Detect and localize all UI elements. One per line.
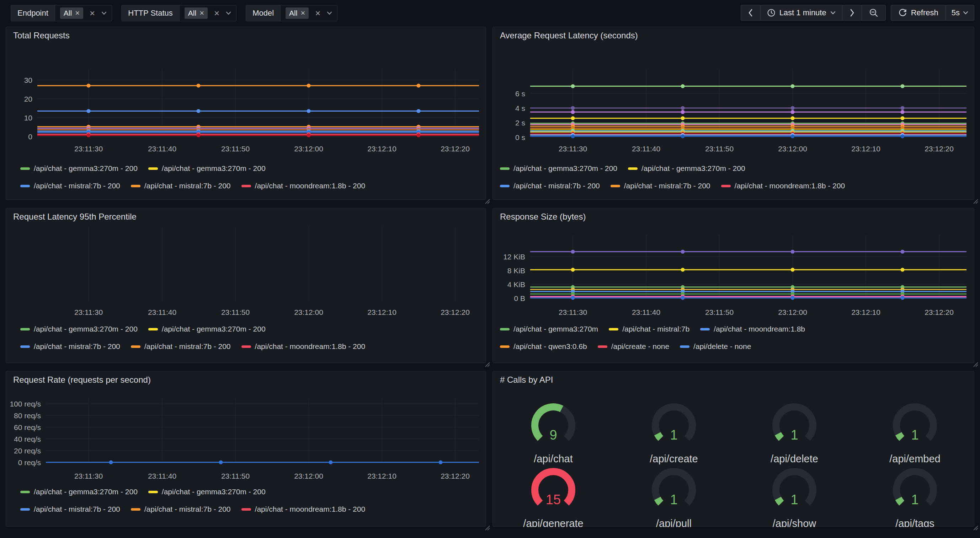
legend-row: /api/chat - mistral:7b - 200/api/chat - … xyxy=(20,342,365,351)
y-axis-tick: 20 xyxy=(24,95,32,103)
variable-filters: EndpointAll××HTTP StatusAll××ModelAll×× xyxy=(11,5,337,21)
legend-item[interactable]: /api/chat - gemma3:270m - 200 xyxy=(20,325,138,333)
legend-item[interactable]: /api/chat - mistral:7b - 200 xyxy=(500,182,600,190)
legend-label: /api/create - none xyxy=(611,342,669,351)
legend-item[interactable]: /api/chat - mistral:7b - 200 xyxy=(611,182,711,190)
chart-canvas[interactable]: 23:11:3023:11:4023:11:5023:12:0023:12:10… xyxy=(493,208,975,363)
legend-item[interactable]: /api/chat - moondream:1.8b - 200 xyxy=(721,182,845,190)
x-axis-tick: 23:11:50 xyxy=(221,472,250,480)
series-point xyxy=(681,116,685,120)
legend-item[interactable]: /api/delete - none xyxy=(680,342,751,351)
series-point xyxy=(901,250,905,254)
gauge-label: /api/create xyxy=(650,453,698,465)
filter-chip[interactable]: All× xyxy=(60,8,83,19)
filter-clear-icon[interactable]: × xyxy=(213,8,220,18)
filter-value-box[interactable]: All×× xyxy=(280,5,337,21)
zoom-out-icon xyxy=(869,8,878,17)
series-point xyxy=(87,133,91,137)
refresh-interval-button[interactable]: 5s xyxy=(945,5,974,21)
legend-row: /api/chat - gemma3:270m - 200/api/chat -… xyxy=(20,164,266,173)
series-point xyxy=(571,106,575,110)
series-point xyxy=(901,116,905,120)
series-point xyxy=(307,109,311,113)
grafana-dashboard: EndpointAll××HTTP StatusAll××ModelAll×× … xyxy=(0,0,980,538)
time-shift-forward-button[interactable] xyxy=(842,5,862,21)
series-point xyxy=(791,296,795,300)
x-axis-tick: 23:12:20 xyxy=(924,144,954,153)
legend-item[interactable]: /api/chat - mistral:7b - 200 xyxy=(20,342,120,351)
filter-group-endpoint: EndpointAll×× xyxy=(11,5,112,21)
legend-item[interactable]: /api/chat - gemma3:270m - 200 xyxy=(20,164,138,173)
legend-label: /api/chat - gemma3:270m - 200 xyxy=(162,164,266,173)
zoom-out-button[interactable] xyxy=(862,5,886,21)
legend-item[interactable]: /api/chat - moondream:1.8b - 200 xyxy=(242,342,366,351)
chart-canvas[interactable]: 23:11:3023:11:4023:11:5023:12:0023:12:10… xyxy=(6,208,487,363)
legend-item[interactable]: /api/chat - mistral:7b - 200 xyxy=(20,182,120,190)
legend-swatch xyxy=(20,491,30,493)
legend-item[interactable]: /api/chat - gemma3:270m xyxy=(500,325,598,333)
resize-icon xyxy=(484,361,490,367)
legend-item[interactable]: /api/chat - gemma3:270m - 200 xyxy=(148,487,266,496)
filter-dropdown-toggle[interactable] xyxy=(101,11,107,15)
series-point xyxy=(681,134,685,138)
filter-clear-icon[interactable]: × xyxy=(314,8,321,18)
series-point xyxy=(571,268,575,272)
x-axis-tick: 23:11:50 xyxy=(705,308,733,316)
legend-item[interactable]: /api/chat - gemma3:270m - 200 xyxy=(20,487,138,496)
refresh-icon xyxy=(898,8,907,17)
time-range-picker[interactable]: Last 1 minute xyxy=(760,5,842,21)
chart-canvas[interactable]: 23:11:3023:11:4023:11:5023:12:0023:12:10… xyxy=(6,371,487,527)
legend-item[interactable]: /api/chat - mistral:7b xyxy=(609,325,689,333)
filter-label: Endpoint xyxy=(11,5,55,21)
series-point xyxy=(901,84,905,88)
legend-item[interactable]: /api/create - none xyxy=(598,342,669,351)
x-axis-tick: 23:12:10 xyxy=(368,472,396,480)
chip-remove-icon[interactable]: × xyxy=(199,9,204,17)
panel-response-size: Response Size (bytes)23:11:3023:11:4023:… xyxy=(493,208,974,363)
legend-item[interactable]: /api/chat - mistral:7b - 200 xyxy=(131,182,231,190)
legend-label: /api/chat - moondream:1.8b - 200 xyxy=(255,342,366,351)
legend-swatch xyxy=(609,328,618,330)
legend-item[interactable]: /api/chat - moondream:1.8b - 200 xyxy=(242,182,366,190)
filter-value-box[interactable]: All×× xyxy=(55,5,111,21)
legend-item[interactable]: /api/chat - mistral:7b - 200 xyxy=(20,505,120,514)
filter-value-box[interactable]: All×× xyxy=(180,5,236,21)
legend-item[interactable]: /api/chat - qwen3:0.6b xyxy=(500,342,587,351)
chart-canvas[interactable]: 23:11:3023:11:4023:11:5023:12:0023:12:10… xyxy=(493,27,975,200)
filter-dropdown-toggle[interactable] xyxy=(327,11,332,15)
filter-chip[interactable]: All× xyxy=(185,8,208,19)
legend-item[interactable]: /api/chat - gemma3:270m - 200 xyxy=(148,164,266,173)
filter-dropdown-toggle[interactable] xyxy=(226,11,231,15)
chart-canvas[interactable]: 23:11:3023:11:4023:11:5023:12:0023:12:10… xyxy=(6,27,487,200)
series-point xyxy=(571,296,575,300)
legend-row: /api/chat - gemma3:270m - 200/api/chat -… xyxy=(20,487,266,497)
legend-swatch xyxy=(20,185,30,187)
legend-label: /api/chat - gemma3:270m - 200 xyxy=(641,164,745,173)
refresh-button[interactable]: Refresh xyxy=(891,5,946,21)
legend-item[interactable]: /api/chat - moondream:1.8b - 200 xyxy=(242,505,366,514)
filter-clear-icon[interactable]: × xyxy=(89,8,95,18)
x-axis-tick: 23:11:50 xyxy=(705,144,733,153)
chip-remove-icon[interactable]: × xyxy=(75,9,80,17)
legend-swatch xyxy=(611,185,620,187)
chevron-down-icon xyxy=(327,11,332,15)
y-axis-tick: 100 req/s xyxy=(10,400,41,408)
y-axis-tick: 0 xyxy=(28,133,32,141)
series-point xyxy=(901,106,905,110)
chip-remove-icon[interactable]: × xyxy=(301,9,305,17)
legend-item[interactable]: /api/chat - gemma3:270m - 200 xyxy=(500,164,617,173)
series-point xyxy=(307,84,311,87)
series-point xyxy=(571,250,575,254)
filter-chip[interactable]: All× xyxy=(286,8,309,19)
gauge-label: /api/delete xyxy=(770,453,818,465)
legend-item[interactable]: /api/chat - gemma3:270m - 200 xyxy=(148,325,266,333)
series-point xyxy=(197,133,200,137)
time-shift-back-button[interactable] xyxy=(741,5,760,21)
legend-item[interactable]: /api/chat - mistral:7b - 200 xyxy=(131,342,231,351)
legend-label: /api/chat - mistral:7b - 200 xyxy=(34,505,120,514)
time-controls: Last 1 minute xyxy=(741,5,974,21)
gauge-label: /api/show xyxy=(773,518,817,527)
legend-item[interactable]: /api/chat - mistral:7b - 200 xyxy=(131,505,231,514)
legend-item[interactable]: /api/chat - moondream:1.8b xyxy=(700,325,805,333)
legend-item[interactable]: /api/chat - gemma3:270m - 200 xyxy=(628,164,745,173)
